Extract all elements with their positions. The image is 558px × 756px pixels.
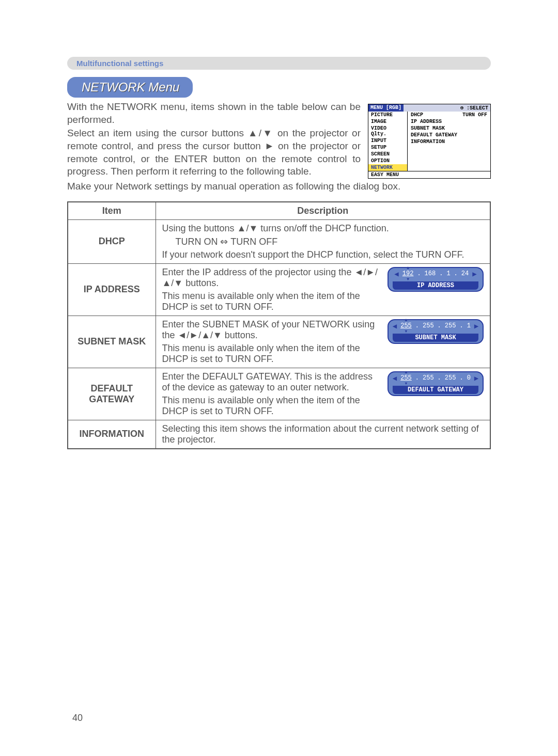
ip-octet: 168 (424, 270, 437, 277)
ip-octet: 0 (467, 374, 471, 382)
table-header-description: Description (156, 202, 490, 220)
osd-header-right: ⊕ :SELECT (458, 104, 490, 112)
ip-octet: 255 (444, 322, 457, 329)
row-item: DHCP (68, 219, 156, 263)
osd-left-panel: PICTURE IMAGE VIDEO Qlty. INPUT SETUP SC… (368, 112, 408, 171)
table-header-item: Item (68, 202, 156, 220)
row-desc-line: Enter the DEFAULT GATEWAY. This is the a… (162, 371, 383, 393)
osd-bottom: EASY MENU (368, 171, 490, 178)
row-desc-line: This menu is available only when the ite… (162, 291, 383, 312)
row-desc-line: Using the buttons ▲/▼ turns on/off the D… (162, 223, 484, 234)
ip-octet: 1 (446, 270, 451, 277)
mini-osd-label: DEFAULT GATEWAY (393, 386, 478, 394)
mini-osd-label: SUBNET MASK (393, 334, 478, 342)
chevron-left-icon: ◀ (394, 270, 398, 278)
table-row: DHCP Using the buttons ▲/▼ turns on/off … (68, 219, 490, 263)
intro-paragraph-3: Make your Network settings by manual ope… (67, 180, 491, 193)
osd-right-label: DHCP (411, 112, 423, 118)
mini-osd-label: IP ADDRESS (393, 281, 478, 290)
subnet-mask-osd: ◀ 255. 255. 255. 1 ▶ SUBNET MASK (388, 319, 484, 344)
chevron-right-icon: ▶ (474, 374, 478, 383)
row-desc-line: This menu is available only when the ite… (162, 395, 383, 417)
chevron-left-icon: ◀ (393, 322, 397, 330)
default-gateway-osd: ◀ 255. 255. 255. 0 ▶ DEFAULT GATEWAY (388, 371, 484, 396)
ip-octet: 24 (461, 270, 469, 277)
chevron-right-icon: ▶ (472, 270, 476, 278)
ip-octet: 255 (400, 322, 412, 329)
osd-left-item: SCREEN (368, 151, 407, 158)
row-desc-line: This menu is available only when the ite… (162, 343, 383, 365)
chevron-left-icon: ◀ (393, 374, 397, 383)
osd-right-label: INFORMATION (411, 139, 445, 145)
ip-octet: 255 (422, 374, 435, 382)
intro-paragraph-1: With the NETWORK menu, items shown in th… (67, 101, 361, 126)
page-title: NETWORK Menu (67, 77, 193, 98)
row-desc-line: TURN ON ⇔ TURN OFF (176, 236, 484, 247)
row-item: IP ADDRESS (68, 263, 156, 316)
osd-left-item: VIDEO Qlty. (368, 125, 407, 137)
osd-right-label: IP ADDRESS (411, 119, 442, 124)
ip-octet: 255 (444, 374, 457, 382)
osd-right-panel: DHCPTURN OFF IP ADDRESS SUBNET MASK DEFA… (408, 112, 490, 171)
table-row: SUBNET MASK Enter the SUBNET MASK of you… (68, 316, 490, 368)
osd-left-item: OPTION (368, 158, 407, 164)
intro-paragraph-2: Select an item using the cursor buttons … (67, 127, 361, 178)
table-row: IP ADDRESS Enter the IP address of the p… (68, 263, 490, 316)
row-item: DEFAULTGATEWAY (68, 368, 156, 420)
osd-left-item: IMAGE (368, 118, 407, 125)
ip-octet: 192 (402, 270, 414, 277)
row-desc-line: Enter the SUBNET MASK of your NETWORK us… (162, 319, 383, 341)
row-item: SUBNET MASK (68, 316, 156, 368)
network-menu-table: Item Description DHCP Using the buttons … (67, 201, 491, 449)
chevron-right-icon: ▶ (474, 322, 478, 330)
row-desc-line: Enter the IP address of the projector us… (162, 267, 383, 289)
row-desc-line: If your network doesn't support the DHCP… (162, 249, 484, 260)
ip-octet: 255 (400, 374, 412, 382)
page-number: 40 (72, 713, 83, 723)
osd-left-item: SETUP (368, 144, 407, 151)
row-item: INFORMATION (68, 420, 156, 449)
osd-menu-screenshot: MENU [RGB] ⊕ :SELECT PICTURE IMAGE VIDEO… (368, 104, 491, 179)
osd-right-value: TURN OFF (462, 112, 487, 118)
row-desc-line: Selecting this item shows the informatio… (156, 420, 490, 449)
table-row: DEFAULTGATEWAY Enter the DEFAULT GATEWAY… (68, 368, 490, 420)
ip-octet: 1 (467, 322, 471, 329)
osd-header-left: MENU [RGB] (368, 104, 404, 112)
osd-right-label: DEFAULT GATEWAY (411, 132, 457, 138)
osd-left-item: INPUT (368, 137, 407, 144)
table-row: INFORMATION Selecting this item shows th… (68, 420, 490, 449)
section-bar: Multifunctional settings (67, 57, 491, 70)
osd-left-item: PICTURE (368, 112, 407, 118)
ip-address-osd: ◀ 192. 168. 1. 24 ▶ IP ADDRESS (388, 267, 484, 292)
osd-right-label: SUBNET MASK (411, 125, 445, 131)
osd-left-item-selected: NETWORK (368, 164, 407, 171)
ip-octet: 255 (422, 322, 435, 329)
